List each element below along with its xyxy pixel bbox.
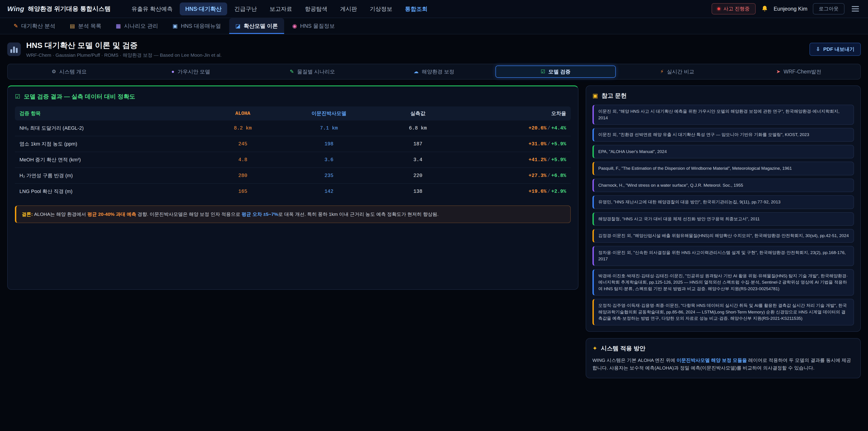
nav-weather-info[interactable]: 기상정보: [364, 2, 398, 16]
tab-label: 해양환경 보정: [422, 68, 454, 75]
tab-label: 시스템 개요: [59, 68, 87, 75]
cloud-icon: ☁: [414, 69, 418, 74]
subnav-item-dispersion-model-theory[interactable]: ◪ 확산모델 이론: [229, 18, 284, 34]
conclusion-callout: 결론: ALOHA는 해양 환경에서 평균 20-40% 과대 예측 경향. 이…: [15, 206, 571, 223]
column-header-aloha: ALOHA: [210, 106, 276, 120]
tab-realtime-comparison[interactable]: ⚡ 실시간 비교: [617, 65, 737, 78]
nav-aerial-search[interactable]: 항공탐색: [300, 2, 333, 16]
system-application-title: ✦ 시스템 적용 방안: [592, 344, 854, 352]
dot-icon: ●: [171, 69, 174, 74]
subnav-label: 대기확산 분석: [21, 22, 55, 30]
table-row: NH₃ 최대 도달거리 (AEGL-2) 8.2 km 7.1 km 6.8 k…: [15, 120, 571, 136]
logo: Wing 해양환경 위기대응 통합시스템: [7, 5, 111, 13]
tab-gaussian-model[interactable]: ● 가우시안 모델: [131, 65, 251, 78]
reference-item: EPA, "ALOHA User's Manual", 2024: [592, 145, 854, 159]
topbar: Wing 해양환경 위기대응 통합시스템 유출유 확산예측 HNS·대기확산 긴…: [0, 0, 868, 18]
tab-wrf-chem-advance[interactable]: ➤ WRF-Chem발전: [739, 65, 859, 78]
reference-item: 김정경·이문진 외, "해양산업시설 배출 위험유해물질(HNS)의 해양확산 …: [592, 229, 854, 243]
check-icon: ☑: [15, 93, 20, 100]
tab-marine-correction[interactable]: ☁ 해양환경 보정: [374, 65, 494, 78]
row-aloha-value: 165: [210, 184, 276, 199]
validation-title-text: 모델 검증 결과 — 실측 데이터 대비 정확도: [24, 93, 135, 100]
tab-substance-scenarios[interactable]: ✎ 물질별 시나리오: [252, 65, 373, 78]
error-aloha: +20.6%: [528, 125, 546, 131]
error-lee: +6.8%: [551, 173, 566, 179]
incident-status-badge: 사고 진행중: [712, 3, 755, 14]
hamburger-menu-icon[interactable]: [850, 4, 861, 13]
pdf-export-button[interactable]: ⇩ PDF 내보내기: [809, 43, 861, 56]
error-separator: /: [547, 141, 551, 147]
error-lee: +5.9%: [551, 141, 566, 147]
tab-model-validation[interactable]: ☑ 모델 검증: [495, 65, 616, 78]
logout-button[interactable]: 로그아웃: [813, 3, 844, 14]
subnav-item-analysis-list[interactable]: ▤ 분석 목록: [64, 18, 107, 34]
row-item: H₂ 가연성 구름 반경 (m): [15, 168, 210, 184]
row-error-value: +31.0%/+5.9%: [454, 136, 570, 152]
error-separator: /: [547, 173, 551, 179]
conclusion-text: 로 대폭 개선. 특히 풍하 1km 이내 근거리 농도 예측 정확도가 현저히…: [278, 212, 438, 217]
row-measured-value: 138: [382, 184, 454, 199]
column-header-measured: 실측값: [382, 106, 454, 120]
tab-label: WRF-Chem발전: [784, 68, 822, 75]
error-aloha: +27.3%: [528, 173, 546, 179]
row-item: LNG Pool 확산 직경 (m): [15, 184, 210, 199]
page-header: HNS 대기확산 모델 이론 및 검증 WRF-Chem · Gaussian …: [0, 34, 868, 63]
incident-badge-label: 사고 진행중: [723, 5, 749, 12]
tab-label: 실시간 비교: [667, 68, 694, 75]
references-panel-title: ▣ 참고 문헌: [592, 92, 854, 100]
subnav-item-scenario-management[interactable]: ▦ 시나리오 관리: [110, 18, 164, 34]
row-item: 염소 1km 지점 농도 (ppm): [15, 136, 210, 152]
row-lee-value: 235: [276, 168, 382, 184]
notification-bell-icon[interactable]: [761, 5, 768, 12]
nav-reports[interactable]: 보고자료: [264, 2, 298, 16]
validation-panel-title: ☑ 모델 검증 결과 — 실측 데이터 대비 정확도: [15, 93, 571, 100]
books-icon: ▣: [592, 92, 598, 99]
user-name: Eunjeong Kim: [774, 6, 807, 12]
row-error-value: +27.3%/+6.8%: [454, 168, 570, 184]
error-separator: /: [547, 157, 551, 163]
list-icon: ▤: [70, 23, 75, 29]
column-header-lee-model: 이문진박사모델: [276, 106, 382, 120]
pencil-icon: ✎: [13, 23, 18, 29]
row-item: NH₃ 최대 도달거리 (AEGL-2): [15, 120, 210, 136]
tab-label: 물질별 시나리오: [297, 68, 335, 75]
nav-oil-spill-prediction[interactable]: 유출유 확산예측: [126, 2, 178, 16]
table-header-row: 검증 항목 ALOHA 이문진박사모델 실측값 오차율: [15, 106, 571, 120]
reference-item: 오정직·김주영·이득재·김용명·최종·이문진, "다항목 HNS 데이터의 실시…: [592, 299, 854, 326]
column-header-error: 오차율: [454, 106, 570, 120]
subnav-label: HNS 대응매뉴얼: [181, 22, 221, 30]
lightbulb-icon: ✦: [592, 345, 597, 352]
scenario-grid-icon: ▦: [116, 23, 121, 29]
tab-system-overview[interactable]: ⚙ 시스템 개요: [9, 65, 129, 78]
system-application-title-text: 시스템 적용 방안: [601, 344, 645, 352]
conclusion-text: 경향. 이문진박사모델은 해양 보정 인자 적용으로: [136, 212, 242, 217]
subnav-item-hns-substance-info[interactable]: ◉ HNS 물질정보: [286, 18, 341, 34]
subnav-item-atmos-analysis[interactable]: ✎ 대기확산 분석: [7, 18, 62, 34]
validation-table: 검증 항목 ALOHA 이문진박사모델 실측값 오차율 NH₃ 최대 도달거리 …: [15, 106, 571, 199]
right-column: ▣ 참고 문헌 이문진 외, "해양 HNS 사고 시 대기확산 예측을 위한 …: [586, 86, 861, 378]
row-error-value: +19.6%/+2.9%: [454, 184, 570, 199]
nav-bulletin-board[interactable]: 게시판: [335, 2, 363, 16]
gear-icon: ⚙: [52, 69, 56, 74]
row-error-value: +20.6%/+4.4%: [454, 120, 570, 136]
error-aloha: +19.6%: [528, 189, 546, 194]
reference-item: 박경애·이진호·박재진·김태성·김태진·이문진, "인공위성 원격탐사 기반 A…: [592, 269, 854, 296]
error-aloha: +41.2%: [528, 157, 546, 163]
row-lee-value: 3.6: [276, 152, 382, 168]
nav-emergency-rescue[interactable]: 긴급구난: [229, 2, 262, 16]
row-measured-value: 187: [382, 136, 454, 152]
nav-hns-atmospheric[interactable]: HNS·대기확산: [180, 2, 227, 16]
reference-item: 해양경찰청, "HNS 사고 국가 대비 대응 체제 선진화 방안 연구용역 최…: [592, 212, 854, 226]
row-lee-value: 198: [276, 136, 382, 152]
error-separator: /: [547, 189, 551, 194]
substance-icon: ◉: [292, 23, 297, 29]
row-lee-value: 7.1 km: [276, 120, 382, 136]
row-aloha-value: 245: [210, 136, 276, 152]
reference-item: 이문진 외, "친환경 선박연료 해양 유출 시 대기확산 특성 연구 — 암모…: [592, 128, 854, 142]
page-subtitle: WRF-Chem · Gaussian Plume/Puff · ROMS · …: [26, 52, 221, 58]
table-row: MeOH 증기 확산 면적 (km²) 4.8 3.6 3.4 +41.2%/+…: [15, 152, 571, 168]
main-nav: 유출유 확산예측 HNS·대기확산 긴급구난 보고자료 항공탐색 게시판 기상정…: [126, 2, 433, 16]
subnav-item-hns-response-manual[interactable]: ▣ HNS 대응매뉴얼: [166, 18, 227, 34]
nav-integrated-search[interactable]: 통합조회: [400, 2, 433, 16]
conclusion-text: ALOHA는 해양 환경에서: [33, 212, 88, 217]
